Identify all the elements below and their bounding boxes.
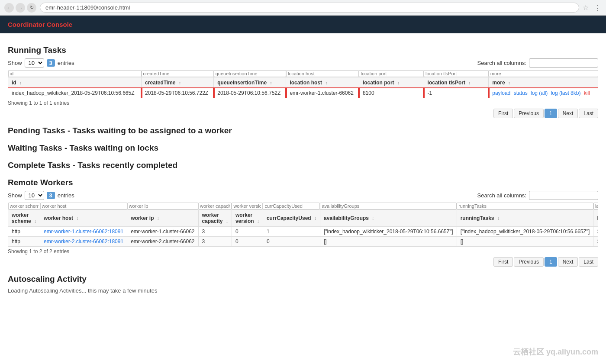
back-button[interactable]: ←: [4, 3, 14, 13]
page-content: Running Tasks Show 10 25 50 3 entries Se…: [0, 33, 606, 300]
wcol-lastc: las ↕: [593, 210, 598, 227]
app-header: Coordinator Console: [0, 16, 606, 33]
show-select-workers[interactable]: 10 25 50: [25, 191, 44, 200]
task-queue: 2018-05-29T06:10:56.752Z: [214, 88, 286, 98]
nav-buttons: ← → ↻: [4, 3, 36, 13]
show-left: Show 10 25 50 3 entries: [8, 58, 74, 68]
running-tasks-header-row: id ↕ createdTime ↕ queueInsertionTime ↕ …: [8, 77, 598, 88]
action-kill[interactable]: kill: [584, 90, 590, 96]
forward-button[interactable]: →: [16, 3, 25, 13]
running-tasks-filter-row: [8, 70, 598, 77]
remote-workers-section: Remote Workers Show 10 25 50 3 entries S…: [8, 178, 598, 267]
w2-ip: emr-worker-2.cluster-66062: [127, 237, 198, 247]
filter-created[interactable]: [142, 70, 214, 77]
refresh-button[interactable]: ↻: [27, 3, 36, 13]
pending-tasks-title: Pending Tasks - Tasks waiting to be assi…: [8, 126, 598, 135]
workers-page-btn[interactable]: 1: [545, 257, 557, 267]
filter-loc-host[interactable]: [286, 70, 359, 77]
browser-chrome: ← → ↻ ☆ ⋮: [0, 0, 606, 16]
complete-tasks-title: Complete Tasks - Tasks recently complete…: [8, 161, 598, 170]
filter-avail[interactable]: [320, 203, 457, 209]
workers-first-btn[interactable]: First: [493, 257, 513, 267]
w1-scheme: http: [8, 227, 40, 237]
w2-scheme: http: [8, 237, 40, 247]
task-actions: payload status log (all) log (last 8kb) …: [489, 88, 598, 98]
workers-next-btn[interactable]: Next: [558, 257, 578, 267]
workers-last-btn[interactable]: Last: [579, 257, 598, 267]
running-tasks-table: id ↕ createdTime ↕ queueInsertionTime ↕ …: [8, 70, 598, 98]
action-payload[interactable]: payload: [492, 90, 510, 96]
show-badge-running: 3: [47, 59, 55, 67]
col-created-time: createdTime ↕: [142, 77, 214, 88]
filter-whost[interactable]: [40, 203, 127, 209]
col-more: more ↕: [489, 77, 598, 88]
worker-row-1: http emr-worker-1.cluster-66062:18091 em…: [8, 227, 599, 237]
filter-wip[interactable]: [127, 203, 198, 209]
filter-more[interactable]: [489, 70, 598, 77]
worker-row-2: http emr-worker-2.cluster-66062:18091 em…: [8, 237, 599, 247]
rw-show-label: Show: [8, 192, 22, 199]
w2-running: []: [457, 237, 593, 247]
w1-version: 0: [232, 227, 263, 237]
wcol-running: runningTasks ↕: [457, 210, 593, 227]
search-input-workers[interactable]: [529, 191, 598, 200]
filter-queue[interactable]: [214, 70, 286, 77]
menu-icon[interactable]: ⋮: [594, 3, 602, 13]
filter-tls[interactable]: [424, 70, 489, 77]
running-previous-btn[interactable]: Previous: [514, 109, 544, 118]
workers-header-row: workerscheme ↕ worker host ↕ worker ip ↕…: [8, 210, 599, 227]
wcol-capacity: workercapacity ↕: [198, 210, 232, 227]
remote-workers-title: Remote Workers: [8, 178, 598, 187]
col-location-host: location host ↕: [286, 77, 359, 88]
show-select-running[interactable]: 10 25 50: [25, 58, 44, 68]
w2-lastc: 2018: [593, 237, 598, 247]
w2-capacity: 3: [198, 237, 232, 247]
search-label-running: Search all columns:: [477, 60, 526, 66]
running-first-btn[interactable]: First: [493, 109, 513, 118]
rw-entries-label: entries: [58, 192, 74, 199]
autoscaling-title: Autoscaling Activity: [8, 274, 598, 284]
waiting-tasks-section: Waiting Tasks - Tasks waiting on locks: [8, 143, 598, 153]
w1-avail: ["index_hadoop_wikiticker_2018-05-29T06:…: [320, 227, 457, 237]
action-log-8kb[interactable]: log (last 8kb): [551, 90, 581, 96]
filter-scheme[interactable]: [8, 203, 40, 209]
w2-host-link[interactable]: emr-worker-2.cluster-66062:18091: [44, 238, 123, 245]
running-tasks-title: Running Tasks: [8, 45, 598, 55]
entries-label-running: entries: [58, 60, 74, 66]
search-input-running[interactable]: [529, 58, 598, 68]
action-log-all[interactable]: log (all): [531, 90, 548, 96]
w1-host-link[interactable]: emr-worker-1.cluster-66062:18091: [44, 229, 123, 235]
wcol-version: workerversion ↕: [232, 210, 263, 227]
remote-workers-table-container: workerscheme ↕ worker host ↕ worker ip ↕…: [8, 203, 598, 247]
w1-running: ["index_hadoop_wikiticker_2018-05-29T06:…: [457, 227, 593, 237]
wcol-curr: currCapacityUsed ↕: [263, 210, 320, 227]
app-title: Coordinator Console: [8, 21, 72, 28]
wcol-host: worker host ↕: [40, 210, 127, 227]
w1-lastc: 2018: [593, 227, 598, 237]
w2-curr: 0: [263, 237, 320, 247]
filter-running[interactable]: [457, 203, 593, 209]
running-last-btn[interactable]: Last: [579, 109, 598, 118]
remote-workers-table: workerscheme ↕ worker host ↕ worker ip ↕…: [8, 203, 598, 247]
filter-wver[interactable]: [232, 203, 263, 209]
action-status[interactable]: status: [514, 90, 528, 96]
filter-lastc[interactable]: [593, 203, 598, 209]
w1-curr: 1: [263, 227, 320, 237]
filter-loc-port[interactable]: [359, 70, 424, 77]
bookmark-icon[interactable]: ☆: [583, 3, 589, 12]
running-tasks-show-row: Show 10 25 50 3 entries Search all colum…: [8, 58, 598, 68]
show-label: Show: [8, 60, 22, 66]
filter-wcap[interactable]: [198, 203, 232, 209]
col-id: id ↕: [8, 77, 142, 88]
task-id: index_hadoop_wikiticker_2018-05-29T06:10…: [8, 88, 142, 98]
address-bar[interactable]: [40, 3, 579, 13]
task-port: 8100: [359, 88, 424, 98]
filter-id[interactable]: [8, 70, 142, 77]
wcol-avail: availabilityGroups ↕: [320, 210, 457, 227]
col-location-tls: location tlsPort ↕: [424, 77, 489, 88]
running-next-btn[interactable]: Next: [558, 109, 578, 118]
running-page-btn[interactable]: 1: [545, 109, 557, 118]
rw-show-left: Show 10 25 50 3 entries: [8, 191, 74, 200]
workers-previous-btn[interactable]: Previous: [514, 257, 544, 267]
filter-curr[interactable]: [263, 203, 320, 209]
